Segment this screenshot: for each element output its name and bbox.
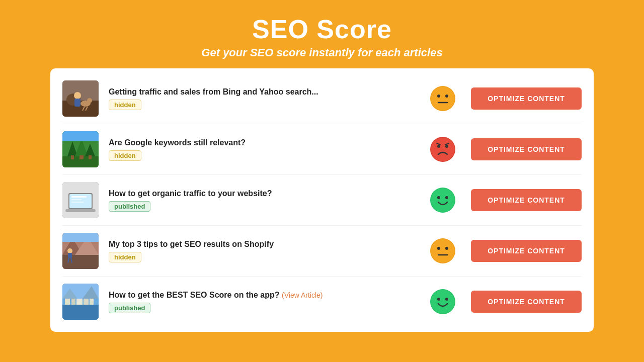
status-badge: published (109, 201, 150, 212)
article-thumbnail (62, 233, 99, 269)
svg-point-44 (67, 248, 72, 253)
article-thumbnail (62, 131, 99, 167)
seo-score-icon (430, 238, 456, 264)
article-title: How to get the BEST SEO Score on the app… (109, 291, 405, 300)
svg-point-36 (430, 188, 455, 213)
svg-rect-56 (65, 298, 70, 305)
svg-rect-34 (71, 199, 82, 200)
article-info: How to get organic traffic to your websi… (99, 189, 415, 212)
page-subtitle: Get your SEO score instantly for each ar… (201, 46, 442, 59)
status-badge: hidden (109, 150, 141, 161)
svg-rect-4 (74, 99, 80, 107)
articles-card: Getting traffic and sales from Bing and … (50, 68, 594, 332)
svg-rect-21 (89, 155, 92, 159)
svg-rect-45 (68, 253, 72, 258)
svg-rect-33 (71, 196, 87, 198)
page-header: SEO Score Get your SEO score instantly f… (201, 0, 442, 68)
svg-point-12 (445, 95, 448, 98)
article-thumbnail (62, 80, 99, 117)
svg-point-39 (445, 196, 448, 199)
svg-point-25 (437, 145, 440, 148)
svg-point-26 (445, 145, 448, 148)
page-title: SEO Score (201, 14, 442, 44)
article-thumbnail (62, 182, 99, 218)
seo-score-icon (430, 136, 456, 162)
svg-point-51 (437, 247, 440, 250)
svg-point-6 (87, 98, 92, 103)
svg-point-9 (430, 86, 455, 111)
svg-rect-19 (71, 155, 74, 159)
optimize-content-button[interactable]: OPTIMIZE CONTENT (471, 189, 582, 211)
article-title: Are Google keywords still relevant? (109, 138, 405, 147)
svg-point-38 (437, 196, 440, 199)
seo-score-icon (430, 85, 456, 112)
status-badge: hidden (109, 100, 141, 110)
svg-point-52 (445, 247, 448, 250)
article-row: My top 3 tips to get SEO results on Shop… (62, 226, 582, 277)
svg-point-66 (437, 298, 440, 301)
article-title: Getting traffic and sales from Bing and … (109, 87, 405, 97)
article-info: Are Google keywords still relevant? hidd… (99, 138, 415, 161)
article-row: Are Google keywords still relevant? hidd… (62, 124, 582, 175)
status-badge: hidden (109, 252, 141, 262)
article-info: How to get the BEST SEO Score on the app… (99, 291, 415, 313)
article-row: How to get organic traffic to your websi… (62, 175, 582, 226)
svg-point-67 (445, 298, 448, 301)
optimize-content-button[interactable]: OPTIMIZE CONTENT (471, 138, 582, 160)
article-info: Getting traffic and sales from Bing and … (99, 87, 415, 110)
article-row: Getting traffic and sales from Bing and … (62, 73, 582, 124)
svg-rect-48 (62, 233, 99, 242)
status-badge: published (109, 303, 150, 313)
svg-point-3 (74, 92, 81, 99)
svg-rect-35 (71, 202, 84, 203)
svg-point-23 (430, 137, 455, 162)
view-article-link[interactable]: (View Article) (282, 291, 323, 299)
svg-point-11 (437, 95, 440, 98)
article-info: My top 3 tips to get SEO results on Shop… (99, 240, 415, 262)
article-title: How to get organic traffic to your websi… (109, 189, 405, 198)
optimize-content-button[interactable]: OPTIMIZE CONTENT (471, 87, 582, 110)
optimize-content-button[interactable]: OPTIMIZE CONTENT (471, 240, 582, 262)
svg-rect-55 (62, 305, 99, 320)
svg-point-49 (430, 238, 455, 263)
article-thumbnail (62, 284, 99, 320)
svg-rect-20 (79, 155, 84, 159)
seo-score-icon (430, 187, 456, 213)
article-row: How to get the BEST SEO Score on the app… (62, 277, 582, 327)
svg-rect-22 (62, 131, 99, 141)
optimize-content-button[interactable]: OPTIMIZE CONTENT (471, 291, 582, 313)
svg-rect-32 (65, 209, 96, 212)
seo-score-icon (430, 289, 456, 315)
article-title: My top 3 tips to get SEO results on Shop… (109, 240, 405, 249)
svg-point-64 (430, 289, 455, 314)
